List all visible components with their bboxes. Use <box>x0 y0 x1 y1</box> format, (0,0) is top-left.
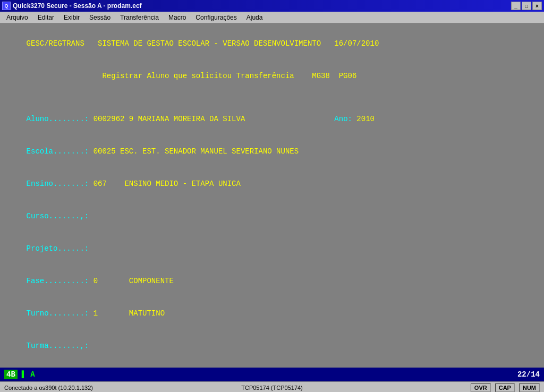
projeto-label: Projeto......: <box>27 244 89 253</box>
ensino-line: Ensino.......: 067 ENSINO MEDIO - ETAPA … <box>8 168 536 200</box>
terminal-area[interactable]: GESC/REGTRANS SISTEMA DE GESTAO ESCOLAR … <box>0 23 544 368</box>
close-button[interactable]: × <box>532 2 542 10</box>
aluno-label: Aluno........: <box>27 115 94 123</box>
turno-label: Turno........: <box>27 309 94 318</box>
curso-label: Curso.......,: <box>27 212 89 220</box>
app-icon: Q <box>2 2 11 10</box>
turma-line: Turma.......,: <box>8 329 536 362</box>
blank1 <box>8 92 536 103</box>
ensino-label: Ensino.......: <box>27 180 94 188</box>
window-controls: _ □ × <box>511 2 542 10</box>
projeto-line: Projeto......: <box>8 233 536 265</box>
menu-sessao[interactable]: Sessão <box>85 13 115 22</box>
fase-line: Fase.........: 0 COMPONENTE <box>8 265 536 297</box>
turno-value: 1 MATUTINO <box>94 309 165 318</box>
connection-info: Conectado a os390t (10.20.1.132) <box>4 385 93 391</box>
turno-line: Turno........: 1 MATUTINO <box>8 297 536 329</box>
menu-editar[interactable]: Editar <box>33 13 58 22</box>
tipo-line: Tipo.........: 03 TRANSFERIDO <box>8 362 536 368</box>
header-line1: GESC/REGTRANS SISTEMA DE GESTAO ESCOLAR … <box>8 28 536 60</box>
fase-value: 0 COMPONENTE <box>94 277 174 285</box>
escola-value: 00025 ESC. EST. SENADOR MANUEL SEVERIANO… <box>94 147 299 156</box>
aluno-line: Aluno........: 0002962 9 MARIANA MOREIRA… <box>8 103 536 135</box>
header-date: 16/07/2010 <box>321 39 379 48</box>
header-line2: Registrar Aluno que solicitou Transferên… <box>8 60 536 92</box>
menu-transferencia[interactable]: Transferência <box>116 13 163 22</box>
position-indicator: 22/14 <box>517 370 540 379</box>
bottom-bar: Conectado a os390t (10.20.1.132) TCP0517… <box>0 381 544 392</box>
curso-line: Curso.......,: <box>8 200 536 233</box>
status-bar: 4B ▌ A 22/14 <box>0 368 544 381</box>
ano-value: 2010 <box>356 115 375 123</box>
subtitle-text: Registrar Aluno que solicitou Transferên… <box>27 72 294 80</box>
ovr-indicator: OVR <box>471 384 491 392</box>
regtrans-label: GESC/REGTRANS <box>27 39 98 48</box>
num-indicator: NUM <box>519 384 540 392</box>
maximize-button[interactable]: □ <box>522 2 531 10</box>
tcp-info: TCP05174 (TCP05174) <box>241 385 303 391</box>
cap-indicator: CAP <box>495 384 515 392</box>
aluno-value: 0002962 9 MARIANA MOREIRA DA SILVA <box>94 115 245 123</box>
escola-label: Escola.......: <box>27 147 94 156</box>
session-indicator: 4B <box>4 370 18 379</box>
title-bar: Q Quick3270 Secure - Sessão A - prodam.e… <box>0 0 544 12</box>
menu-configuracoes[interactable]: Configurações <box>191 13 241 22</box>
escola-line: Escola.......: 00025 ESC. EST. SENADOR M… <box>8 135 536 168</box>
ensino-value: 067 ENSINO MEDIO - ETAPA UNICA <box>94 180 241 188</box>
mode-indicator: A <box>30 370 35 379</box>
ano-label: Ano: <box>245 115 356 123</box>
window-title: Quick3270 Secure - Sessão A - prodam.ecf <box>13 2 142 10</box>
menu-arquivo[interactable]: Arquivo <box>2 13 32 22</box>
cursor-indicator: ▌ <box>22 370 26 379</box>
turma-label: Turma.......,: <box>27 342 89 350</box>
menu-bar: Arquivo Editar Exibir Sessão Transferênc… <box>0 12 544 23</box>
fase-label: Fase.........: <box>27 277 94 285</box>
menu-ajuda[interactable]: Ajuda <box>242 13 267 22</box>
mg38-code: MG38 PG06 <box>294 72 357 80</box>
system-title: SISTEMA DE GESTAO ESCOLAR - VERSAO DESEN… <box>98 39 321 48</box>
menu-macro[interactable]: Macro <box>164 13 190 22</box>
menu-exibir[interactable]: Exibir <box>60 13 84 22</box>
minimize-button[interactable]: _ <box>511 2 521 10</box>
